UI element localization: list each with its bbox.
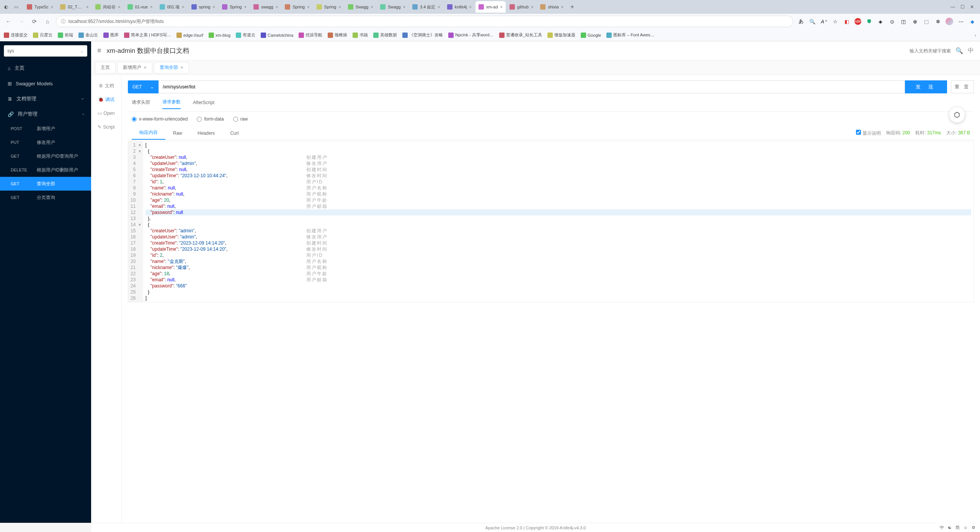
maximize-icon[interactable]: ☐ <box>960 4 965 10</box>
browser-tab[interactable]: 01-vue× <box>124 1 156 13</box>
url-input[interactable]: ⓘ localhost:9527/xm/doc.html#/sys/用户管理/l… <box>56 16 793 27</box>
back-button[interactable]: ← <box>4 17 13 26</box>
profile-avatar[interactable] <box>946 18 953 25</box>
copilot-icon[interactable]: ◆ <box>969 18 976 25</box>
bookmark-item[interactable]: 百度云 <box>33 32 52 38</box>
bookmark-item[interactable]: 简单之美 | HDFS写… <box>124 32 171 38</box>
browser-tab[interactable]: github× <box>506 1 536 13</box>
search-icon[interactable]: 🔍 <box>808 18 816 25</box>
bookmark-item[interactable]: 饿饭加速器 <box>547 32 575 38</box>
browser-tab[interactable]: Swagg× <box>377 1 408 13</box>
bookmark-item[interactable]: edge://surf <box>176 32 203 38</box>
browser-tab[interactable]: knife4j× <box>444 1 475 13</box>
favorite-icon[interactable]: ☆ <box>831 18 839 25</box>
collections-icon[interactable]: ⊕ <box>911 18 919 25</box>
bookmark-item[interactable]: 图标库 – Font Awes… <box>606 32 654 38</box>
bookmark-item[interactable]: 连接提交 <box>4 32 28 38</box>
bookmarks-bar: 连接提交百度云前端金山云图库简单之美 | HDFS写…edge://surfxm… <box>0 29 980 41</box>
browser-tab[interactable]: 尚硅谷× <box>92 1 123 13</box>
browser-tab[interactable]: Spring× <box>282 1 312 13</box>
bookmark-item[interactable]: 英雄数据 <box>373 32 397 38</box>
browser-tab[interactable]: Spring× <box>219 1 250 13</box>
address-bar: ← → ⟳ ⌂ ⓘ localhost:9527/xm/doc.html#/sy… <box>0 14 980 29</box>
bookmarks-overflow[interactable]: › <box>975 33 976 38</box>
browser-tab[interactable]: 02_TS基× <box>57 1 91 13</box>
app-icon[interactable]: ◐ <box>2 3 10 11</box>
more-icon[interactable]: ⋯ <box>957 18 965 25</box>
browser-tab[interactable]: 3.4 自定× <box>409 1 443 13</box>
bookmark-item[interactable]: 前端 <box>58 32 73 38</box>
browser-tab[interactable]: TypeSc× <box>24 1 56 13</box>
bookmark-item[interactable]: Camelotchina <box>261 32 293 38</box>
browser-tab[interactable]: swagg× <box>250 1 281 13</box>
home-button[interactable]: ⌂ <box>43 17 52 26</box>
browser-tab[interactable]: spring× <box>188 1 218 13</box>
reader-icon[interactable]: あ <box>797 18 805 25</box>
settings-icon[interactable]: ✲ <box>934 18 942 25</box>
bookmark-item[interactable]: Google <box>581 32 601 38</box>
browser-tab[interactable]: 001.项× <box>157 1 188 13</box>
bookmark-item[interactable]: 图库 <box>103 32 119 38</box>
bookmark-item[interactable]: 金山云 <box>78 32 98 38</box>
adblock-icon[interactable]: ABP <box>854 18 861 25</box>
voice-icon[interactable]: A⁺ <box>820 18 828 25</box>
bookmark-item[interactable]: 优设导航 <box>299 32 322 38</box>
browser-tab[interactable]: Swagg× <box>345 1 376 13</box>
extensions-icon[interactable]: ⬚ <box>923 18 930 25</box>
bookmark-item[interactable]: 颈椎操 <box>328 32 347 38</box>
reload-button[interactable]: ⟳ <box>30 17 39 26</box>
bookmark-item[interactable]: xm-blog <box>209 32 230 38</box>
bookmark-item[interactable]: Npcink - 共享word… <box>448 32 493 38</box>
bookmark-item[interactable]: 普通收录_站长工具 <box>499 32 542 38</box>
browser-tab-bar: ◐ ▭ TypeSc×02_TS基×尚硅谷×01-vue×001.项×sprin… <box>0 0 980 14</box>
bookmark-item[interactable]: 有道云 <box>236 32 255 38</box>
bookmark-item[interactable]: 书籍 <box>353 32 368 38</box>
minimize-icon[interactable]: — <box>951 4 955 10</box>
bookmark-item[interactable]: 《空洞骑士》攻略 <box>402 32 443 38</box>
ext1-icon[interactable]: ◧ <box>843 18 851 25</box>
shield-icon[interactable]: ⛊ <box>865 18 873 25</box>
browser-chrome: ◐ ▭ TypeSc×02_TS基×尚硅谷×01-vue×001.项×sprin… <box>0 0 980 29</box>
tablist-icon[interactable]: ▭ <box>12 3 20 11</box>
forward-button[interactable]: → <box>17 17 26 26</box>
close-window-icon[interactable]: ✕ <box>970 4 974 10</box>
browser-tab[interactable]: shixia× <box>537 1 567 13</box>
browser-tab[interactable]: xm-ad× <box>475 1 506 13</box>
new-tab-button[interactable]: + <box>567 3 577 10</box>
split-icon[interactable]: ◫ <box>900 18 907 25</box>
ext2-icon[interactable]: ◈ <box>877 18 884 25</box>
ext3-icon[interactable]: ⊙ <box>888 18 896 25</box>
browser-tab[interactable]: Spring× <box>314 1 344 13</box>
